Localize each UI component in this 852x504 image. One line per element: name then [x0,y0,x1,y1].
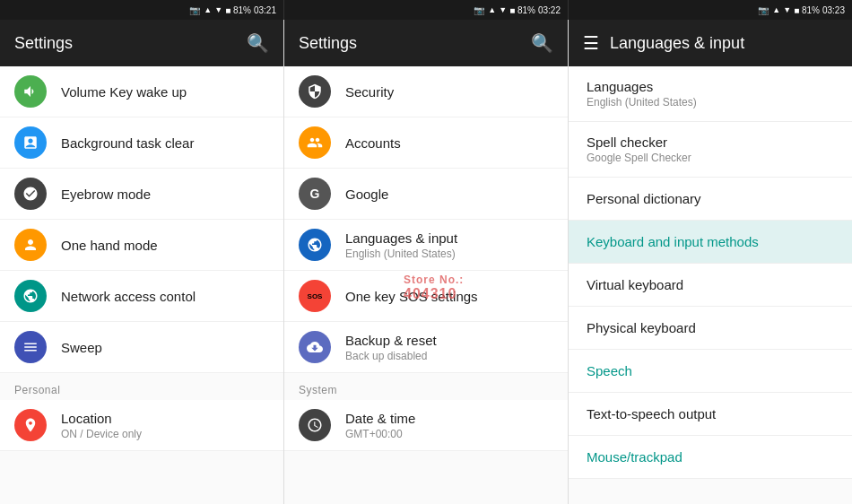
list-item-datetime[interactable]: Date & time GMT+00:00 [284,400,568,451]
google-title: Google [345,187,388,202]
status-icons-mid: ▲ ▼ ■ 81% 03:22 [488,5,561,15]
right-item-physical-keyboard[interactable]: Physical keyboard [569,307,852,350]
list-item-sweep[interactable]: Sweep [0,322,283,373]
location-title: Location [61,411,142,426]
list-item-languages-input[interactable]: Languages & input English (United States… [284,220,568,271]
google-icon: G [299,178,331,210]
right-item-keyboard-input[interactable]: Keyboard and input methods [569,221,852,264]
system-section-header: System [284,373,568,400]
right-app-bar: ☰ Languages & input [569,20,852,66]
sweep-icon [14,331,47,363]
list-item-background-task[interactable]: Background task clear [0,117,283,169]
signal-icon-left: ▲ [204,5,212,14]
languages-subtitle: English (United States) [587,96,697,109]
volume-key-title: Volume Key wake up [61,84,187,100]
languages-text: Languages English (United States) [587,79,697,109]
time-right: 03:23 [822,5,845,15]
status-bar-middle: 📷 ▲ ▼ ■ 81% 03:22 [284,0,569,20]
security-icon [299,75,331,108]
mouse-trackpad-text: Mouse/trackpad [587,449,682,465]
list-item-volume-key[interactable]: Volume Key wake up [0,66,283,117]
right-list: Languages English (United States) Spell … [569,66,852,504]
spell-checker-title: Spell checker [587,135,691,150]
languages-input-text: Languages & input English (United States… [345,230,457,260]
wifi-icon-mid: ▼ [499,5,507,14]
speech-text: Speech [587,363,632,378]
location-icon [14,409,47,441]
battery-mid: ■ 81% [509,5,535,15]
list-item-google[interactable]: G Google [284,169,568,220]
sweep-text: Sweep [61,340,102,355]
list-item-network-access[interactable]: Network access contol [0,271,283,322]
right-item-tts[interactable]: Text-to-speech output [569,393,852,436]
datetime-text: Date & time GMT+00:00 [345,411,415,440]
languages-input-subtitle: English (United States) [345,248,457,260]
wifi-icon-right: ▼ [783,5,791,14]
accounts-text: Accounts [345,135,401,151]
panels-container: Settings 🔍 Volume Key wake up Background… [0,20,852,504]
time-left: 03:21 [254,5,276,15]
list-item-backup[interactable]: Backup & reset Back up disabled [284,322,568,373]
panel-right: ☰ Languages & input Languages English (U… [569,20,852,504]
list-item-one-hand[interactable]: One hand mode [0,220,283,271]
spell-checker-subtitle: Google Spell Checker [587,152,691,164]
security-title: Security [345,84,394,100]
mid-search-icon[interactable]: 🔍 [531,32,553,54]
left-search-icon[interactable]: 🔍 [247,32,269,54]
background-task-text: Background task clear [61,135,194,151]
status-bars: 📷 ▲ ▼ ■ 81% 03:21 📷 ▲ ▼ ■ 81% 03:22 📷 ▲ … [0,0,852,20]
right-item-speech[interactable]: Speech [569,350,852,393]
datetime-icon [299,409,331,441]
panel-middle: Settings 🔍 Security Accounts [284,20,569,504]
right-item-languages[interactable]: Languages English (United States) [569,66,852,122]
one-hand-text: One hand mode [61,238,158,253]
mid-list: Security Accounts G Google [284,66,568,504]
one-hand-title: One hand mode [61,238,158,253]
mid-app-bar: Settings 🔍 [284,20,568,66]
datetime-title: Date & time [345,411,415,426]
network-access-text: Network access contol [61,289,196,304]
backup-icon [299,331,331,363]
status-icons-right: ▲ ▼ ■ 81% 03:23 [772,5,845,15]
virtual-keyboard-text: Virtual keyboard [587,277,683,292]
mid-app-bar-title: Settings [299,34,520,53]
battery-right: ■ 81% [794,5,820,15]
backup-title: Backup & reset [345,333,437,348]
screenshot-icon-mid: 📷 [474,5,484,15]
list-item-eyebrow-mode[interactable]: Eyebrow mode [0,169,283,220]
list-item-accounts[interactable]: Accounts [284,117,568,169]
accounts-title: Accounts [345,135,401,151]
physical-keyboard-title: Physical keyboard [587,320,696,335]
physical-keyboard-text: Physical keyboard [587,320,696,335]
volume-key-icon [14,75,47,108]
virtual-keyboard-title: Virtual keyboard [587,277,683,292]
speech-title: Speech [587,363,632,378]
right-item-mouse-trackpad[interactable]: Mouse/trackpad [569,436,852,479]
personal-dict-title: Personal dictionary [587,191,701,206]
list-item-security[interactable]: Security [284,66,568,117]
tts-title: Text-to-speech output [587,406,716,421]
datetime-subtitle: GMT+00:00 [345,428,415,440]
list-item-sos[interactable]: SOS One key SOS settings [284,271,568,322]
volume-key-text: Volume Key wake up [61,84,187,100]
background-task-icon [14,126,47,159]
languages-input-icon [299,229,331,261]
mouse-trackpad-title: Mouse/trackpad [587,449,682,465]
sos-title: One key SOS settings [345,289,478,304]
languages-input-title: Languages & input [345,230,457,246]
right-item-personal-dict[interactable]: Personal dictionary [569,178,852,221]
left-app-bar: Settings 🔍 [0,20,283,66]
languages-title: Languages [587,79,697,94]
sos-text: One key SOS settings [345,289,478,304]
wifi-icon-left: ▼ [214,5,222,14]
screenshot-icon-right: 📷 [758,5,769,15]
sweep-title: Sweep [61,340,102,355]
location-subtitle: ON / Device only [61,428,142,440]
right-item-virtual-keyboard[interactable]: Virtual keyboard [569,264,852,307]
personal-section-header: Personal [0,373,283,400]
right-item-spell-checker[interactable]: Spell checker Google Spell Checker [569,122,852,178]
list-item-location[interactable]: Location ON / Device only [0,400,283,451]
eyebrow-mode-title: Eyebrow mode [61,187,151,202]
background-task-title: Background task clear [61,135,194,151]
right-menu-icon[interactable]: ☰ [583,32,599,54]
